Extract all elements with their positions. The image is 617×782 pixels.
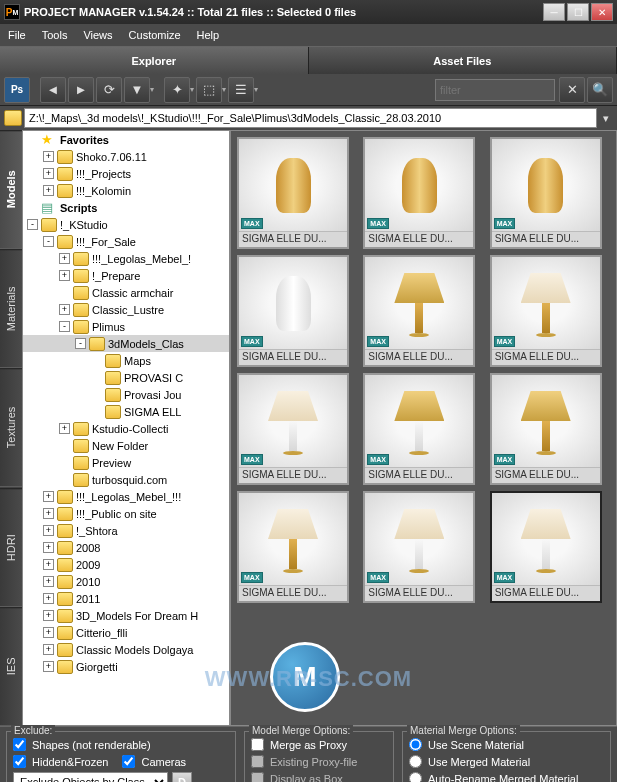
use-scene-radio[interactable] — [409, 738, 422, 751]
close-button[interactable]: ✕ — [591, 3, 613, 21]
expand-icon[interactable]: + — [43, 508, 54, 519]
tree-node[interactable]: +!!!_Projects — [23, 165, 229, 182]
search-button[interactable]: 🔍 — [587, 77, 613, 103]
tree-node[interactable]: +Citterio_flli — [23, 624, 229, 641]
tree-node[interactable]: +2008 — [23, 539, 229, 556]
thumbnail[interactable]: MAXSIGMA ELLE DU... — [237, 255, 349, 367]
d-button[interactable]: D — [172, 772, 192, 782]
filter-button[interactable]: ▼ — [124, 77, 150, 103]
expand-icon[interactable]: + — [43, 576, 54, 587]
forward-button[interactable]: ► — [68, 77, 94, 103]
path-dropdown-icon[interactable]: ▾ — [599, 112, 613, 125]
tree-node[interactable]: Provasi Jou — [23, 386, 229, 403]
thumbnail[interactable]: MAXSIGMA ELLE DU... — [490, 373, 602, 485]
expand-icon[interactable]: + — [43, 185, 54, 196]
hidden-checkbox[interactable] — [13, 755, 26, 768]
expand-icon[interactable]: + — [43, 559, 54, 570]
tool-1-button[interactable]: ✦ — [164, 77, 190, 103]
tree-node[interactable]: +!!!_Legolas_Mebel_!!! — [23, 488, 229, 505]
tree-node[interactable]: -3dModels_Clas — [23, 335, 229, 352]
tree-node[interactable]: Classic armchair — [23, 284, 229, 301]
tree-node[interactable]: New Folder — [23, 437, 229, 454]
expand-icon[interactable]: + — [43, 627, 54, 638]
tree-node[interactable]: ▤Scripts — [23, 199, 229, 216]
thumbnail[interactable]: MAXSIGMA ELLE DU... — [237, 491, 349, 603]
tree-node[interactable]: Maps — [23, 352, 229, 369]
side-tab-ies[interactable]: IES — [0, 607, 22, 726]
thumbnail[interactable]: MAXSIGMA ELLE DU... — [363, 255, 475, 367]
tree-node[interactable]: +!_Prepare — [23, 267, 229, 284]
tree-node[interactable]: Preview — [23, 454, 229, 471]
tree-node[interactable]: +!!!_Legolas_Mebel_! — [23, 250, 229, 267]
shapes-checkbox[interactable] — [13, 738, 26, 751]
refresh-button[interactable]: ⟳ — [96, 77, 122, 103]
tree-node[interactable]: -!!!_For_Sale — [23, 233, 229, 250]
tree-node[interactable]: turbosquid.com — [23, 471, 229, 488]
tool-3-button[interactable]: ☰ — [228, 77, 254, 103]
clear-filter-button[interactable]: ✕ — [559, 77, 585, 103]
tab-asset-files[interactable]: Asset Files — [309, 47, 618, 74]
tree-node[interactable]: ★Favorites — [23, 131, 229, 148]
tree-node[interactable]: PROVASI C — [23, 369, 229, 386]
side-tab-textures[interactable]: Textures — [0, 368, 22, 487]
tree-node[interactable]: -Plimus — [23, 318, 229, 335]
expand-icon[interactable]: + — [43, 525, 54, 536]
menu-help[interactable]: Help — [197, 29, 220, 41]
thumbnail[interactable]: MAXSIGMA ELLE DU... — [490, 255, 602, 367]
tool-2-button[interactable]: ⬚ — [196, 77, 222, 103]
expand-icon[interactable]: + — [43, 542, 54, 553]
thumbnail[interactable]: MAXSIGMA ELLE DU... — [363, 491, 475, 603]
tree-node[interactable]: +Classic_Lustre — [23, 301, 229, 318]
minimize-button[interactable]: ─ — [543, 3, 565, 21]
back-button[interactable]: ◄ — [40, 77, 66, 103]
expand-icon[interactable]: - — [75, 338, 86, 349]
thumbnail[interactable]: MAXSIGMA ELLE DU... — [237, 137, 349, 249]
auto-rename-radio[interactable] — [409, 772, 422, 782]
expand-icon[interactable]: + — [43, 644, 54, 655]
existing-proxy-checkbox[interactable] — [251, 755, 264, 768]
expand-icon[interactable]: + — [59, 270, 70, 281]
exclude-select[interactable]: Exclude Objects by Class — [13, 772, 168, 782]
side-tab-materials[interactable]: Materials — [0, 249, 22, 368]
tree-node[interactable]: +2011 — [23, 590, 229, 607]
merge-proxy-checkbox[interactable] — [251, 738, 264, 751]
expand-icon[interactable]: + — [43, 168, 54, 179]
folder-tree[interactable]: ★Favorites+Shoko.7.06.11+!!!_Projects+!!… — [22, 130, 230, 726]
expand-icon[interactable]: + — [43, 610, 54, 621]
use-merged-radio[interactable] — [409, 755, 422, 768]
maximize-button[interactable]: ☐ — [567, 3, 589, 21]
expand-icon[interactable]: + — [43, 491, 54, 502]
menu-file[interactable]: File — [8, 29, 26, 41]
expand-icon[interactable]: + — [59, 253, 70, 264]
menu-views[interactable]: Views — [83, 29, 112, 41]
expand-icon[interactable]: - — [59, 321, 70, 332]
cameras-checkbox[interactable] — [122, 755, 135, 768]
expand-icon[interactable]: - — [43, 236, 54, 247]
expand-icon[interactable]: + — [59, 423, 70, 434]
tree-node[interactable]: +!!!_Kolomin — [23, 182, 229, 199]
menu-tools[interactable]: Tools — [42, 29, 68, 41]
tree-node[interactable]: +Shoko.7.06.11 — [23, 148, 229, 165]
tree-node[interactable]: +Classic Models Dolgaya — [23, 641, 229, 658]
expand-icon[interactable]: + — [43, 151, 54, 162]
path-input[interactable] — [24, 108, 597, 128]
expand-icon[interactable]: + — [43, 661, 54, 672]
tree-node[interactable]: +Kstudio-Collecti — [23, 420, 229, 437]
thumbnail[interactable]: MAXSIGMA ELLE DU... — [490, 137, 602, 249]
thumbnail[interactable]: MAXSIGMA ELLE DU... — [237, 373, 349, 485]
tree-node[interactable]: +3D_Models For Dream H — [23, 607, 229, 624]
photoshop-button[interactable]: Ps — [4, 77, 30, 103]
side-tab-hdri[interactable]: HDRI — [0, 488, 22, 607]
tree-node[interactable]: +2010 — [23, 573, 229, 590]
thumbnail[interactable]: MAXSIGMA ELLE DU... — [490, 491, 602, 603]
thumbnail[interactable]: MAXSIGMA ELLE DU... — [363, 373, 475, 485]
display-box-checkbox[interactable] — [251, 772, 264, 782]
tree-node[interactable]: +!!!_Public on site — [23, 505, 229, 522]
expand-icon[interactable]: + — [43, 593, 54, 604]
tree-node[interactable]: SIGMA ELL — [23, 403, 229, 420]
menu-customize[interactable]: Customize — [129, 29, 181, 41]
side-tab-models[interactable]: Models — [0, 130, 22, 249]
expand-icon[interactable]: + — [59, 304, 70, 315]
tree-node[interactable]: +Giorgetti — [23, 658, 229, 675]
tree-node[interactable]: -!_KStudio — [23, 216, 229, 233]
